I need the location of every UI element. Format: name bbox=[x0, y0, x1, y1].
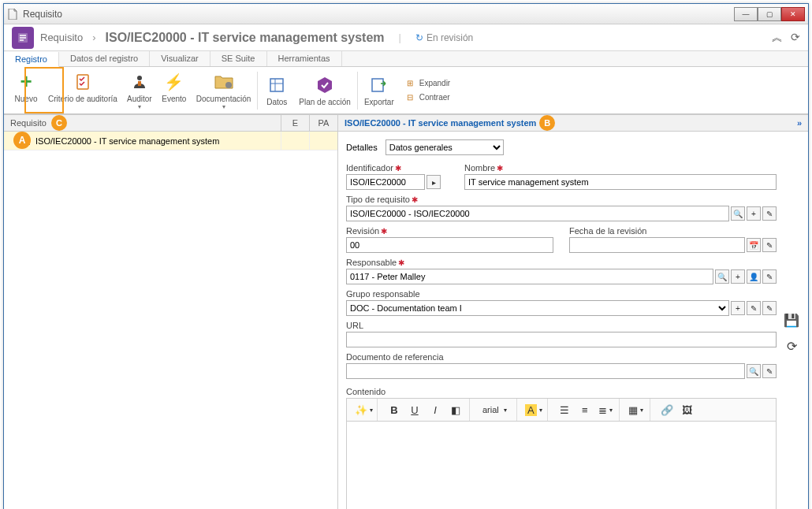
maximize-button[interactable]: ▢ bbox=[758, 7, 781, 21]
magic-icon[interactable]: ✨▾ bbox=[355, 401, 372, 418]
svg-rect-3 bbox=[138, 81, 141, 86]
auditor-button[interactable]: Auditor ▾ bbox=[122, 69, 157, 112]
page-title: ISO/IEC20000 - IT service management sys… bbox=[106, 31, 385, 45]
link-button[interactable]: 🔗 bbox=[658, 401, 676, 418]
revision-field[interactable] bbox=[346, 237, 553, 253]
align-button[interactable]: ≣▾ bbox=[597, 401, 614, 418]
detail-panel: ISO/IEC20000 - IT service management sys… bbox=[338, 114, 808, 509]
nombre-field[interactable] bbox=[464, 174, 777, 190]
grupo-select[interactable]: DOC - Documentation team I bbox=[346, 300, 729, 316]
font-select[interactable]: arial▾ bbox=[478, 401, 512, 418]
italic-button[interactable]: I bbox=[426, 401, 444, 418]
tree-panel: Requisito C E PA ISO/IEC20000 - IT servi… bbox=[4, 114, 338, 509]
export-button[interactable]: Exportar bbox=[359, 72, 399, 108]
responsable-clear-button[interactable]: ✎ bbox=[762, 269, 777, 284]
save-icon[interactable]: 💾 bbox=[784, 313, 799, 328]
fecha-label: Fecha de la revisión bbox=[569, 226, 646, 236]
expand-button[interactable]: ⊞ Expandir bbox=[404, 77, 450, 90]
badge-a: A bbox=[13, 132, 31, 149]
number-list-button[interactable]: ≡ bbox=[576, 401, 594, 418]
dropdown-caret-icon: ▾ bbox=[222, 103, 225, 110]
tab-registro[interactable]: Registro bbox=[4, 52, 59, 67]
eraser-icon[interactable]: ◧ bbox=[447, 401, 464, 418]
responsable-user-button[interactable]: 👤 bbox=[747, 269, 761, 284]
expand-tree-icon: ⊞ bbox=[404, 77, 416, 90]
action-plan-button[interactable]: Plan de acción bbox=[294, 72, 356, 108]
new-button[interactable]: + Nuevo bbox=[9, 69, 43, 112]
breadcrumb-root[interactable]: Requisito bbox=[40, 32, 83, 43]
identificador-field[interactable] bbox=[346, 174, 425, 190]
docref-field[interactable] bbox=[346, 363, 745, 379]
tab-visualizar[interactable]: Visualizar bbox=[150, 51, 210, 66]
data-button[interactable]: Datos bbox=[259, 72, 294, 108]
image-button[interactable]: 🖼 bbox=[679, 401, 696, 418]
dropdown-caret-icon: ▾ bbox=[138, 103, 141, 110]
tab-sesuite[interactable]: SE Suite bbox=[210, 51, 267, 66]
url-label: URL bbox=[346, 321, 363, 330]
tipo-field[interactable] bbox=[346, 206, 729, 221]
svg-rect-1 bbox=[77, 75, 88, 89]
refresh-icon[interactable]: ⟳ bbox=[791, 31, 800, 45]
detail-title: ISO/IEC20000 - IT service management sys… bbox=[345, 118, 536, 128]
contenido-label: Contenido bbox=[346, 387, 386, 396]
collapse-button[interactable]: ⊟ Contraer bbox=[404, 91, 450, 104]
hexagon-icon bbox=[314, 74, 336, 96]
table-button[interactable]: ▦▾ bbox=[628, 401, 645, 418]
font-color-button[interactable]: A▾ bbox=[525, 401, 542, 418]
documentation-button[interactable]: Documentación ▾ bbox=[192, 69, 255, 112]
svg-point-2 bbox=[137, 76, 142, 80]
tab-datos-registro[interactable]: Datos del registro bbox=[59, 51, 150, 66]
fecha-clear-button[interactable]: ✎ bbox=[762, 238, 777, 252]
data-icon bbox=[266, 74, 288, 96]
export-icon bbox=[368, 74, 390, 96]
collapse-tree-icon: ⊟ bbox=[404, 91, 416, 104]
expand-panel-icon[interactable]: » bbox=[797, 118, 802, 128]
responsable-label: Responsable bbox=[346, 258, 397, 267]
bullet-list-button[interactable]: ☰ bbox=[556, 401, 573, 418]
module-icon bbox=[12, 27, 34, 49]
fecha-field[interactable] bbox=[569, 237, 745, 253]
svg-rect-5 bbox=[270, 79, 283, 91]
refresh-status-icon: ↻ bbox=[415, 32, 423, 43]
tipo-clear-button[interactable]: ✎ bbox=[762, 206, 777, 221]
tree-row[interactable]: ISO/IEC20000 - IT service management sys… bbox=[4, 132, 337, 150]
grupo-label: Grupo responsable bbox=[346, 289, 420, 299]
tree-item-label: ISO/IEC20000 - IT service management sys… bbox=[35, 136, 219, 146]
identificador-label: Identificador bbox=[346, 163, 393, 173]
docref-search-button[interactable]: 🔍 bbox=[747, 364, 761, 378]
status-badge: ↻ En revisión bbox=[415, 32, 473, 43]
reload-icon[interactable]: ⟳ bbox=[787, 339, 797, 354]
close-button[interactable]: ✕ bbox=[781, 7, 805, 21]
grupo-edit-button[interactable]: ✎ bbox=[747, 301, 761, 315]
collapse-icon[interactable]: ︽ bbox=[772, 31, 783, 45]
window-controls: — ▢ ✕ bbox=[734, 7, 805, 21]
svg-point-4 bbox=[225, 82, 232, 88]
url-field[interactable] bbox=[346, 332, 777, 347]
responsable-add-button[interactable]: + bbox=[731, 269, 745, 284]
plus-icon: + bbox=[15, 71, 37, 93]
badge-c: C bbox=[51, 115, 67, 131]
content-area: Requisito C E PA ISO/IEC20000 - IT servi… bbox=[4, 114, 808, 509]
section-select[interactable]: Datos generales bbox=[386, 139, 504, 155]
audit-criteria-button[interactable]: Criterio de auditoría bbox=[43, 69, 122, 112]
identificador-lookup-button[interactable]: ▸ bbox=[426, 175, 441, 189]
form: Detalles Datos generales Identificador✱ … bbox=[346, 139, 777, 503]
revision-label: Revisión bbox=[346, 226, 379, 236]
responsable-field[interactable] bbox=[346, 269, 713, 284]
underline-button[interactable]: U bbox=[406, 401, 423, 418]
grupo-add-button[interactable]: + bbox=[731, 301, 745, 315]
nombre-label: Nombre bbox=[464, 163, 495, 173]
editor-area[interactable] bbox=[346, 422, 777, 509]
tipo-search-button[interactable]: 🔍 bbox=[731, 206, 745, 221]
bold-button[interactable]: B bbox=[386, 401, 403, 418]
tipo-add-button[interactable]: + bbox=[747, 206, 761, 221]
tab-herramientas[interactable]: Herramientas bbox=[267, 51, 342, 66]
responsable-search-button[interactable]: 🔍 bbox=[715, 269, 729, 284]
docref-clear-button[interactable]: ✎ bbox=[762, 364, 777, 378]
calendar-icon[interactable]: 📅 bbox=[747, 238, 761, 252]
editor-toolbar: ✨▾ B U I ◧ arial▾ bbox=[346, 398, 777, 422]
minimize-button[interactable]: — bbox=[734, 7, 758, 21]
side-actions: 💾 ⟳ bbox=[783, 139, 800, 503]
event-button[interactable]: ⚡ Evento bbox=[157, 69, 192, 112]
grupo-clear-button[interactable]: ✎ bbox=[762, 301, 777, 315]
